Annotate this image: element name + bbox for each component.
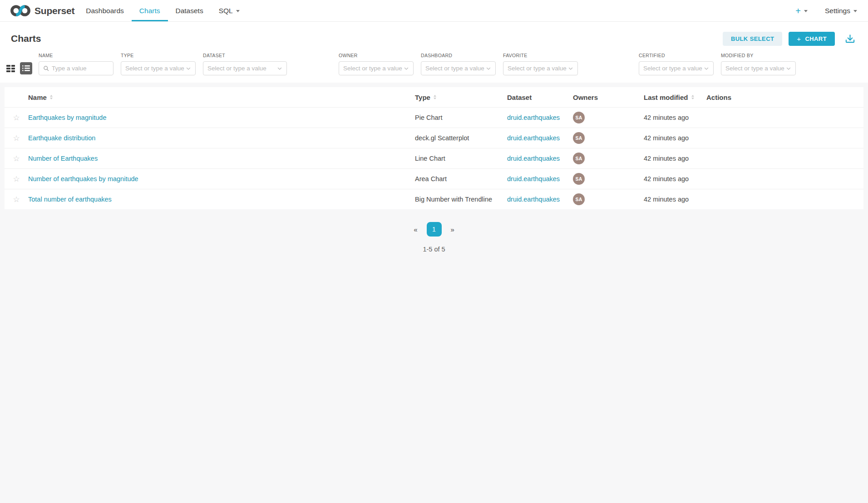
chart-name-link[interactable]: Number of Earthquakes	[28, 155, 98, 162]
select-placeholder: Select or type a value	[508, 65, 568, 72]
dataset-link[interactable]: druid.earthquakes	[507, 196, 560, 203]
owner-avatar: SA	[573, 132, 585, 144]
filter-favorite: FAVORITE Select or type a value	[503, 53, 578, 75]
chart-type: Area Chart	[415, 175, 447, 182]
chart-name-link[interactable]: Total number of earthquakes	[28, 196, 112, 203]
chevron-down-icon	[568, 66, 573, 71]
favorite-star-icon[interactable]: ☆	[13, 195, 20, 204]
chart-name-link[interactable]: Earthquake distribution	[28, 134, 95, 142]
filter-name: NAME	[39, 53, 113, 75]
nav-item-sql[interactable]: SQL	[211, 0, 247, 21]
column-header-label: Owners	[573, 94, 598, 101]
list-view-icon[interactable]	[20, 62, 32, 74]
table-row: ☆ Earthquake distribution deck.gl Scatte…	[5, 128, 863, 148]
pagination: « 1 »	[0, 222, 868, 237]
chart-type: Big Number with Trendline	[415, 196, 492, 203]
column-header-actions: Actions	[706, 94, 863, 101]
settings-label: Settings	[825, 7, 850, 15]
filter-modified-by: MODIFIED BY Select or type a value	[721, 53, 796, 75]
select-placeholder: Select or type a value	[725, 65, 786, 72]
column-header-type[interactable]: Type	[415, 94, 507, 101]
column-header-last-modified[interactable]: Last modified	[644, 94, 706, 101]
charts-table: Name Type Dataset Owners Last modified A…	[5, 87, 863, 209]
filter-certified-label: CERTIFIED	[639, 53, 714, 58]
superset-infinity-icon	[10, 4, 31, 17]
chevron-down-icon	[804, 10, 808, 12]
top-navbar: Superset Dashboards Charts Datasets SQL …	[0, 0, 868, 22]
column-header-dataset: Dataset	[507, 94, 573, 101]
chevron-down-icon	[786, 66, 791, 71]
card-view-icon[interactable]	[6, 65, 15, 72]
nav-item-charts[interactable]: Charts	[132, 0, 168, 21]
nav-item-datasets[interactable]: Datasets	[168, 0, 211, 21]
column-header-name[interactable]: Name	[28, 94, 415, 101]
table-row: ☆ Number of earthquakes by magnitude Are…	[5, 168, 863, 189]
plus-icon: +	[795, 6, 801, 15]
filter-certified: CERTIFIED Select or type a value	[639, 53, 714, 75]
sort-icon	[691, 95, 694, 100]
favorite-star-icon[interactable]: ☆	[13, 174, 20, 183]
prev-page-button[interactable]: «	[411, 224, 420, 235]
chart-type: deck.gl Scatterplot	[415, 134, 469, 142]
plus-icon: +	[797, 35, 801, 43]
filters: NAME TYPE Select or type a value	[39, 53, 803, 75]
page-title: Charts	[11, 33, 41, 44]
dataset-link[interactable]: druid.earthquakes	[507, 155, 560, 162]
dashboard-filter-select[interactable]: Select or type a value	[421, 61, 496, 75]
table-row: ☆ Number of Earthquakes Line Chart druid…	[5, 148, 863, 168]
nav-item-dashboards[interactable]: Dashboards	[78, 0, 132, 21]
export-button[interactable]	[845, 34, 855, 44]
settings-dropdown-button[interactable]: Settings	[825, 7, 857, 15]
dataset-link[interactable]: druid.earthquakes	[507, 134, 560, 142]
column-header-label: Name	[28, 94, 47, 101]
chart-name-link[interactable]: Number of earthquakes by magnitude	[28, 175, 138, 182]
favorite-star-icon[interactable]: ☆	[13, 133, 20, 143]
filter-name-label: NAME	[39, 53, 113, 58]
filter-favorite-label: FAVORITE	[503, 53, 578, 58]
add-chart-button[interactable]: + CHART	[789, 32, 835, 46]
chevron-down-icon	[704, 66, 709, 71]
owner-filter-select[interactable]: Select or type a value	[339, 61, 414, 75]
header-actions: BULK SELECT + CHART	[723, 32, 857, 46]
next-page-button[interactable]: »	[448, 224, 457, 235]
last-modified: 42 minutes ago	[644, 114, 689, 121]
chart-type: Line Chart	[415, 155, 445, 162]
dataset-link[interactable]: druid.earthquakes	[507, 114, 560, 121]
superset-logo[interactable]: Superset	[10, 0, 74, 21]
dataset-link[interactable]: druid.earthquakes	[507, 175, 560, 182]
last-modified: 42 minutes ago	[644, 134, 689, 142]
filter-owner: OWNER Select or type a value	[339, 53, 414, 75]
modified-by-filter-select[interactable]: Select or type a value	[721, 61, 796, 75]
bulk-select-button[interactable]: BULK SELECT	[723, 32, 782, 46]
name-filter-input[interactable]	[52, 65, 109, 72]
view-mode-toggle	[6, 61, 32, 75]
owner-avatar: SA	[573, 112, 585, 123]
table-row: ☆ Earthquakes by magnitude Pie Chart dru…	[5, 107, 863, 128]
chart-name-link[interactable]: Earthquakes by magnitude	[28, 114, 107, 121]
certified-filter-select[interactable]: Select or type a value	[639, 61, 714, 75]
favorite-star-icon[interactable]: ☆	[13, 113, 20, 122]
nav-item-sql-label: SQL	[219, 7, 233, 15]
filter-dashboard: DASHBOARD Select or type a value	[421, 53, 496, 75]
filter-type: TYPE Select or type a value	[121, 53, 196, 75]
download-icon	[845, 34, 855, 44]
brand-name: Superset	[35, 5, 74, 16]
chevron-down-icon	[853, 10, 857, 12]
filter-bar: NAME TYPE Select or type a value	[0, 50, 868, 83]
owner-avatar: SA	[573, 173, 585, 185]
add-chart-label: CHART	[805, 35, 827, 42]
select-placeholder: Select or type a value	[343, 65, 404, 72]
table-header-row: Name Type Dataset Owners Last modified A…	[5, 87, 863, 107]
row-count-summary: 1-5 of 5	[0, 246, 868, 253]
page-number-button[interactable]: 1	[427, 222, 442, 237]
filter-owner-label: OWNER	[339, 53, 414, 58]
favorite-filter-select[interactable]: Select or type a value	[503, 61, 578, 75]
dataset-filter-select[interactable]: Select or type a value	[203, 61, 287, 75]
chevron-down-icon	[277, 66, 282, 71]
type-filter-select[interactable]: Select or type a value	[121, 61, 196, 75]
favorite-star-icon[interactable]: ☆	[13, 154, 20, 163]
select-placeholder: Select or type a value	[207, 65, 277, 72]
chart-type: Pie Chart	[415, 114, 442, 121]
new-dropdown-button[interactable]: +	[795, 6, 808, 15]
search-icon	[43, 65, 49, 71]
